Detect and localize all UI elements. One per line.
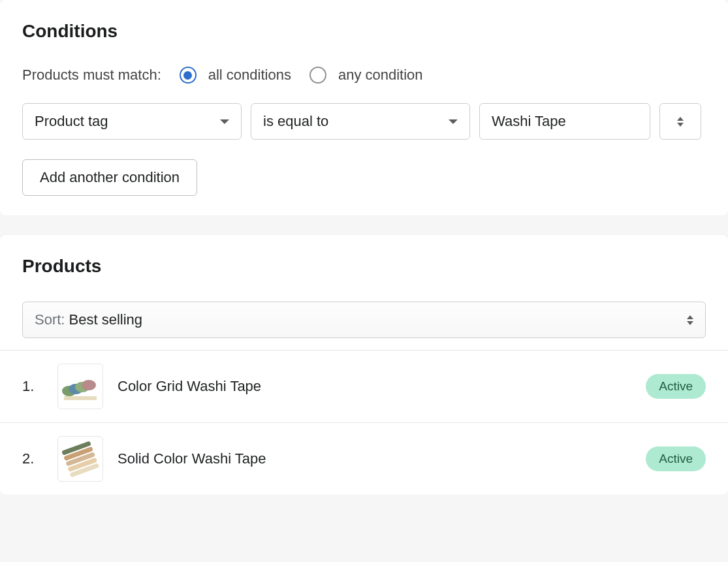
radio-any-condition[interactable]: any condition (309, 67, 423, 84)
products-sort-select[interactable]: Sort: Best selling (22, 302, 706, 338)
sort-icon (677, 117, 684, 127)
product-name: Solid Color Washi Tape (118, 450, 646, 467)
add-condition-button[interactable]: Add another condition (22, 159, 197, 196)
condition-sort-handle[interactable] (659, 103, 701, 140)
svg-point-3 (82, 380, 96, 390)
sort-prefix: Sort: (35, 311, 69, 328)
chevron-down-icon (220, 119, 229, 124)
condition-field-value: Product tag (35, 113, 108, 130)
product-thumbnail (57, 364, 103, 409)
product-thumbnail (57, 436, 103, 482)
product-row[interactable]: 1. Color Grid Washi Tape Active (0, 350, 728, 422)
products-title: Products (22, 256, 706, 277)
condition-row: Product tag is equal to (22, 103, 706, 140)
sort-icon (687, 315, 693, 325)
radio-icon (309, 67, 326, 84)
condition-value-input[interactable] (479, 103, 650, 140)
status-badge: Active (646, 446, 706, 471)
sort-value: Best selling (69, 311, 143, 328)
product-index: 2. (22, 450, 57, 467)
product-name: Color Grid Washi Tape (118, 378, 646, 395)
condition-operator-value: is equal to (263, 113, 328, 130)
sort-text: Sort: Best selling (35, 311, 142, 328)
conditions-title: Conditions (22, 21, 706, 42)
radio-any-label: any condition (338, 67, 423, 84)
product-index: 1. (22, 378, 57, 395)
chevron-down-icon (449, 119, 458, 124)
condition-field-select[interactable]: Product tag (22, 103, 242, 140)
condition-value-field[interactable] (492, 113, 638, 130)
match-row: Products must match: all conditions any … (22, 67, 706, 84)
radio-all-label: all conditions (208, 67, 291, 84)
condition-operator-select[interactable]: is equal to (251, 103, 470, 140)
status-badge: Active (646, 374, 706, 399)
product-row[interactable]: 2. Solid Color Washi Tape Active (0, 422, 728, 495)
radio-icon (180, 67, 197, 84)
match-label: Products must match: (22, 67, 161, 84)
radio-all-conditions[interactable]: all conditions (180, 67, 291, 84)
svg-rect-4 (64, 396, 97, 400)
